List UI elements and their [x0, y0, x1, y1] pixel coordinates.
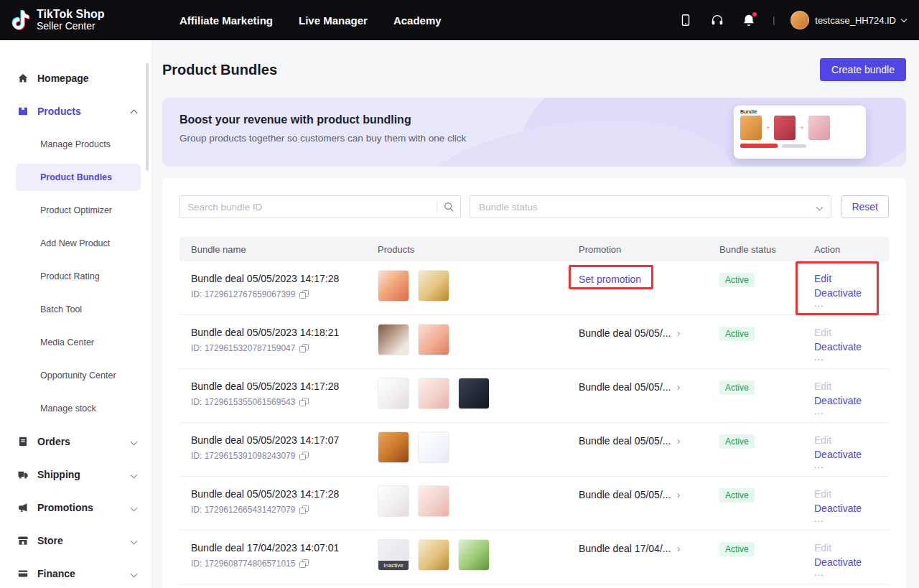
status-cell: Active: [708, 542, 803, 556]
sidebar-subitem-add-new-product[interactable]: Add New Product: [0, 227, 151, 260]
sidebar-subitem-opportunity-center[interactable]: Opportunity Center: [0, 359, 151, 392]
banner-card-products: + +: [740, 116, 859, 140]
edit-link-disabled: Edit: [814, 327, 831, 338]
create-bundle-button[interactable]: Create bundle: [820, 58, 906, 81]
mobile-app-icon[interactable]: [678, 12, 694, 28]
chevron-up-icon: [131, 109, 138, 116]
deactivate-link[interactable]: Deactivate: [814, 341, 862, 353]
sidebar-subitem-product-rating[interactable]: Product Rating: [0, 260, 151, 293]
sidebar-subitem-manage-products[interactable]: Manage Products: [0, 128, 151, 161]
nav-affiliate-marketing[interactable]: Affiliate Marketing: [179, 14, 273, 27]
banner-text-bar: [782, 144, 806, 148]
status-badge: Active: [719, 488, 755, 503]
products-cell: [366, 431, 567, 463]
bundles-card: Bundle status Reset Bundle name Products…: [162, 178, 906, 588]
status-badge: Active: [719, 434, 755, 449]
table-row: Bundle deal 05/05/2023 14:17:28 ID: 1729…: [179, 261, 889, 315]
sidebar-item-store[interactable]: Store: [0, 524, 151, 557]
promotion-cell: Bundle deal 05/05/...›: [567, 327, 708, 339]
store-icon: [17, 535, 29, 546]
sidebar-item-orders[interactable]: Orders: [0, 425, 151, 458]
deactivate-link[interactable]: Deactivate: [814, 449, 862, 460]
more-actions-button[interactable]: ...: [814, 409, 824, 414]
deactivate-link[interactable]: Deactivate: [814, 395, 862, 406]
notification-bell-icon[interactable]: [741, 12, 757, 28]
deactivate-link[interactable]: Deactivate: [814, 556, 862, 568]
sidebar-item-label: Finance: [37, 568, 123, 579]
sidebar-item-promotions[interactable]: Promotions: [0, 491, 151, 524]
chevron-down-icon: [131, 504, 138, 511]
product-thumbnail: [378, 485, 409, 517]
bundle-name: Bundle deal 05/05/2023 14:17:28: [191, 381, 366, 392]
inactive-label: Inactive: [378, 561, 409, 570]
banner-card-label: Bundle: [740, 109, 859, 114]
copy-icon[interactable]: [299, 398, 308, 406]
more-actions-button[interactable]: ...: [814, 517, 824, 521]
chevron-right-icon[interactable]: ›: [676, 327, 680, 339]
chevron-down-icon: [816, 203, 824, 210]
more-actions-button[interactable]: ...: [814, 302, 824, 306]
chevron-right-icon[interactable]: ›: [676, 434, 680, 447]
nav-live-manager[interactable]: Live Manager: [299, 14, 368, 27]
bundle-name-cell: Bundle deal 05/05/2023 14:18:21 ID: 1729…: [179, 327, 366, 353]
sidebar-item-label: Orders: [37, 436, 123, 447]
tiktok-shop-logo[interactable]: TikTok Shop Seller Center: [0, 8, 168, 32]
bundle-name: Bundle deal 17/04/2023 14:07:01: [191, 542, 366, 554]
action-cell: Edit Deactivate ...: [803, 488, 889, 521]
edit-link-disabled: Edit: [814, 434, 831, 446]
copy-icon[interactable]: [299, 559, 308, 568]
sidebar-subitem-product-bundles[interactable]: Product Bundles: [16, 164, 141, 191]
support-headset-icon[interactable]: [709, 12, 725, 28]
status-badge: Active: [719, 273, 755, 287]
deactivate-link[interactable]: Deactivate: [814, 503, 862, 514]
more-actions-button[interactable]: ...: [814, 355, 824, 360]
deactivate-link[interactable]: Deactivate: [814, 287, 862, 299]
promotion-name: Bundle deal 05/05/...: [579, 327, 671, 339]
finance-icon: [17, 568, 29, 579]
nav-academy[interactable]: Academy: [393, 14, 442, 27]
sidebar-item-shipping[interactable]: Shipping: [0, 458, 151, 491]
set-promotion-link[interactable]: Set promotion: [579, 274, 641, 285]
copy-icon[interactable]: [299, 452, 308, 460]
sidebar-subitem-manage-stock[interactable]: Manage stock: [0, 392, 151, 425]
status-cell: Active: [708, 434, 803, 449]
user-menu[interactable]: testcase_HH724.ID: [790, 11, 906, 29]
bundle-name: Bundle deal 05/05/2023 14:17:28: [191, 273, 366, 284]
notification-badge-dot: [752, 12, 757, 17]
product-thumbnail: [418, 485, 449, 517]
copy-icon[interactable]: [299, 505, 308, 514]
bundle-id: ID: 1729612767659067399: [191, 289, 366, 299]
sidebar-item-homepage[interactable]: Homepage: [0, 62, 151, 95]
select-placeholder: Bundle status: [479, 202, 538, 213]
product-thumbnail: [378, 378, 409, 409]
chevron-right-icon[interactable]: ›: [676, 488, 680, 500]
reset-button[interactable]: Reset: [841, 195, 889, 218]
sidebar-item-finance[interactable]: Finance: [0, 557, 151, 588]
more-actions-button[interactable]: ...: [814, 463, 824, 467]
sidebar-subitem-product-optimizer[interactable]: Product Optimizer: [0, 194, 151, 227]
sidebar-subitem-media-center[interactable]: Media Center: [0, 326, 151, 359]
search-input[interactable]: [180, 202, 437, 213]
chevron-right-icon[interactable]: ›: [676, 542, 680, 554]
sidebar-scrollbar[interactable]: [146, 63, 149, 171]
more-actions-button[interactable]: ...: [814, 571, 824, 575]
table-row: Bundle deal 17/04/2023 14:07:01 ID: 1729…: [179, 531, 889, 584]
product-thumbnail: Inactive: [378, 539, 409, 571]
edit-link-disabled: Edit: [814, 381, 831, 392]
copy-icon[interactable]: [299, 290, 308, 299]
action-cell: Edit Deactivate ...: [803, 273, 889, 306]
sidebar-item-products[interactable]: Products: [0, 95, 151, 128]
sidebar-subitem-batch-tool[interactable]: Batch Tool: [0, 293, 151, 326]
search-box: [179, 195, 461, 218]
bundle-status-select[interactable]: Bundle status: [470, 195, 831, 218]
copy-icon[interactable]: [299, 344, 308, 353]
topbar: TikTok Shop Seller Center Affiliate Mark…: [0, 0, 919, 40]
edit-link[interactable]: Edit: [814, 273, 831, 284]
banner-product-thumbnail: [740, 116, 762, 140]
promotions-icon: [17, 502, 29, 513]
top-navigation: Affiliate Marketing Live Manager Academy: [179, 14, 442, 27]
search-icon[interactable]: [437, 201, 460, 213]
chevron-right-icon[interactable]: ›: [676, 381, 680, 393]
chevron-down-icon: [131, 537, 138, 544]
product-thumbnail: [418, 539, 449, 571]
